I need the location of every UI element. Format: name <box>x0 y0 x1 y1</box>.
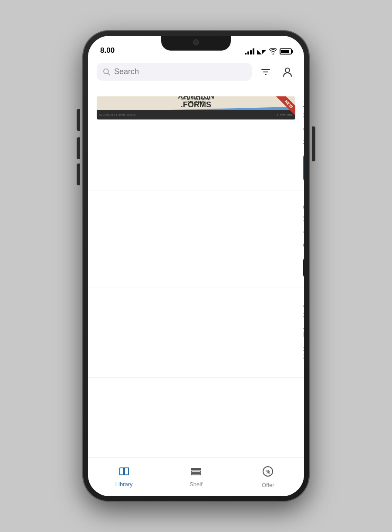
nav-item-offer[interactable]: % Offer <box>232 465 304 488</box>
filter-button[interactable] <box>258 64 274 80</box>
signal-icon <box>245 48 254 55</box>
profile-button[interactable] <box>280 64 295 80</box>
phone-device: 8.00 ◣◤ <box>83 31 309 501</box>
book-date: 21 September 2017 <box>303 138 304 145</box>
wifi-icon: ◣◤ <box>257 48 267 55</box>
book-list: XAMARIN.FORMS SUCCINCTLY BY ALESSANDRODE… <box>88 88 304 457</box>
book-author: Joe Mayo <box>303 227 304 234</box>
book-info: Xamarin.Forms Succinctly Alessandro Del … <box>303 96 304 182</box>
new-badge: NEW <box>269 96 295 119</box>
svg-rect-13 <box>120 468 124 475</box>
svg-rect-17 <box>191 474 201 475</box>
book-cover-xamarin[interactable]: XAMARIN.FORMS SUCCINCTLY BY ALESSANDRODE… <box>97 96 295 119</box>
new-badge-text: NEW <box>276 96 295 117</box>
offer-icon: % <box>262 465 274 480</box>
search-input-wrapper[interactable] <box>97 63 252 81</box>
book-info: Angular 2 Succinctly Joseph D. Booth 22 … <box>303 296 304 368</box>
book-item: C# SUCCINCTLY BY JOE MAYO SUCCINCTLY E-B… <box>88 191 304 287</box>
book-item: ANGULAR2 SUCCINCTLY BY JOSEPH D. BOOTH S… <box>88 287 304 378</box>
camera <box>193 39 199 45</box>
nav-item-shelf[interactable]: Shelf <box>160 466 232 488</box>
svg-rect-15 <box>191 468 201 470</box>
svg-rect-14 <box>125 468 128 475</box>
svg-text:%: % <box>266 469 270 475</box>
wifi-icon <box>269 48 277 55</box>
phone-screen: 8.00 ◣◤ <box>88 36 304 496</box>
shelf-icon <box>190 466 202 479</box>
status-time: 8.00 <box>100 46 115 55</box>
book-author: Alessandro Del Sole <box>303 123 304 131</box>
search-bar-container <box>88 58 304 88</box>
search-input[interactable] <box>114 67 246 76</box>
cover-author: BY ALESSANDRODEL SOLE <box>182 98 211 104</box>
library-icon <box>118 466 130 479</box>
book-date: 22 March 2017 <box>303 345 304 360</box>
search-icon <box>103 68 111 76</box>
book-date: 6 July 2015 <box>303 241 304 249</box>
nav-label-shelf: Shelf <box>189 481 203 488</box>
svg-rect-16 <box>191 471 201 472</box>
profile-icon <box>282 66 293 78</box>
svg-point-2 <box>285 68 290 72</box>
book-title: C# Succinctly <box>303 201 304 224</box>
book-actions: READ <box>303 257 304 278</box>
filter-icon <box>260 67 271 77</box>
add-to-shelf-button[interactable]: ADD TO SHELF <box>303 154 304 182</box>
book-author: Joseph D. Booth <box>303 323 304 338</box>
book-title: Xamarin.Forms Succinctly <box>303 98 304 121</box>
notch <box>161 36 231 51</box>
book-actions: ADD TO SHELF <box>303 154 304 182</box>
svg-line-1 <box>108 73 110 75</box>
book-info: C# Succinctly Joe Mayo 6 July 2015 READ <box>303 200 304 278</box>
status-icons: ◣◤ <box>245 48 292 55</box>
battery-icon <box>280 48 292 55</box>
nav-item-library[interactable]: Library <box>88 466 160 488</box>
bottom-nav: Library Shelf % <box>88 457 304 496</box>
book-item: XAMARIN.FORMS SUCCINCTLY BY ALESSANDRODE… <box>88 88 304 191</box>
cover-footer: SUCCINCTLY E-BOOK SERIES ► Syncfusion <box>97 110 295 119</box>
book-title: Angular 2 Succinctly <box>303 298 304 321</box>
nav-label-library: Library <box>115 481 133 488</box>
read-button[interactable]: READ <box>303 257 304 278</box>
nav-label-offer: Offer <box>262 482 274 488</box>
